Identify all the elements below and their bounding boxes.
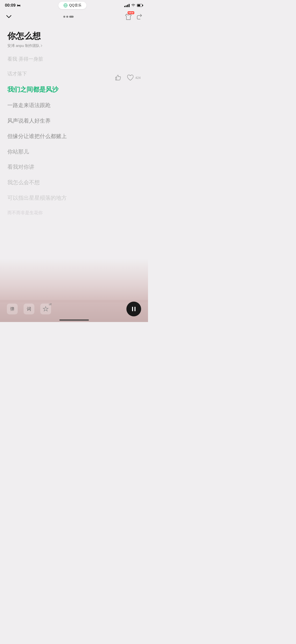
lyric-line: 一路走来语法跟跄	[7, 102, 141, 109]
off-label: off	[49, 303, 51, 306]
toolbar-left-buttons: 弹 词 off	[7, 304, 51, 314]
sleep-icon: 🛏	[17, 4, 20, 7]
shirt-button[interactable]: NEW	[124, 12, 133, 21]
danmaku-button[interactable]: 弹	[7, 304, 18, 314]
home-indicator	[59, 320, 89, 320]
lyric-line: 但缘分让谁把什么都赌上	[7, 133, 141, 140]
svg-rect-4	[134, 307, 135, 311]
song-meta: 安溥 anpu 制作团队	[7, 44, 141, 48]
song-title: 你怎么想	[7, 31, 141, 41]
lyric-line: 而不而非是生花你	[7, 210, 141, 216]
danmaku-icon: 弹	[10, 306, 14, 312]
signal-icon	[124, 4, 130, 7]
bottom-fade	[0, 258, 148, 302]
chevron-right-icon	[40, 44, 43, 48]
globe-icon	[63, 3, 68, 8]
lyric-line: 可以指出星星殒落的地方	[7, 194, 141, 202]
bottom-toolbar: 弹 词 off	[0, 300, 148, 322]
share-button[interactable]	[135, 13, 143, 21]
star-off-button[interactable]: off	[40, 304, 51, 314]
lyric-line: 看我 弄得一身脏	[7, 56, 141, 62]
artist-name[interactable]: 安溥 anpu	[7, 44, 24, 48]
word-button[interactable]: 词	[23, 304, 34, 314]
battery-icon	[137, 4, 143, 7]
word-icon: 词	[27, 306, 31, 312]
status-right-icons	[124, 4, 143, 7]
status-bar: 00:09 🛏 QQ音乐	[0, 0, 148, 10]
lyric-line: 风声说着人好生养	[7, 117, 141, 125]
like-count: 424	[135, 76, 141, 80]
new-badge: NEW	[128, 11, 134, 14]
pause-button[interactable]	[126, 302, 141, 316]
svg-rect-3	[132, 307, 133, 311]
team-label[interactable]: 制作团队	[25, 44, 43, 48]
lyric-line: 看我对你讲	[7, 163, 141, 171]
lyric-line: 你站那儿	[7, 148, 141, 156]
shirt-icon	[125, 13, 132, 20]
wifi-icon	[131, 4, 135, 7]
heart-button[interactable]: 424	[126, 74, 141, 82]
pause-icon	[131, 306, 137, 312]
nav-dots[interactable]	[63, 16, 74, 18]
star-icon	[43, 306, 49, 312]
top-nav: NEW	[0, 10, 148, 24]
action-buttons: 424	[113, 73, 141, 82]
status-time: 00:09 🛏	[5, 3, 20, 8]
chevron-down-icon[interactable]	[5, 13, 13, 21]
app-name: QQ音乐	[69, 3, 81, 8]
song-header: 你怎么想 安溥 anpu 制作团队 424	[0, 24, 148, 50]
thumbs-up-button[interactable]	[113, 73, 123, 82]
lyric-line: 我怎么会不想	[7, 179, 141, 186]
lyric-line-active: 我们之间都是风沙	[7, 85, 141, 94]
app-pill[interactable]: QQ音乐	[58, 2, 86, 9]
